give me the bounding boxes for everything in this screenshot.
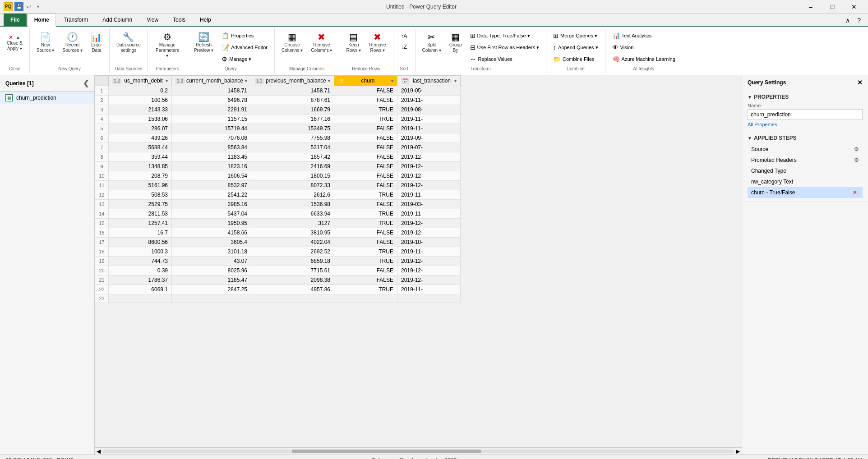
tab-transform[interactable]: Transform [57,14,95,26]
close-apply-button[interactable]: ✕ ▲ Close &Apply ▾ [4,30,26,54]
save-icon[interactable]: 💾 [14,2,23,11]
use-first-row-button[interactable]: ⊟ Use First Row as Headers ▾ [467,42,542,53]
collapse-ribbon-button[interactable]: ∧ [842,15,854,26]
properties-button[interactable]: 📋 Properties [218,30,271,41]
remove-rows-button[interactable]: ✖ RemoveRows ▾ [366,30,389,55]
table-row[interactable]: 32143.332291.911669.79TRUE2019-08- [95,105,461,115]
text-analytics-button[interactable]: 📊 Text Analytics [609,30,679,41]
data-type-button[interactable]: ⊞ Data Type: True/False ▾ [467,30,542,41]
help-icon[interactable]: ? [854,15,864,26]
col-dropdown-transaction[interactable]: ▾ [454,78,457,83]
applied-step-0[interactable]: Source⚙ [748,144,863,155]
table-row[interactable]: 12508.532541.222612.6TRUE2019-11- [95,190,461,200]
advanced-editor-button[interactable]: 📝 Advanced Editor [218,42,271,53]
table-row[interactable]: 91348.851823.162416.69FALSE2019-12- [95,162,461,171]
data-source-settings-button[interactable]: 🔧 Data sourcesettings [113,30,144,55]
cell-date: 2019-11- [397,285,461,294]
azure-ml-button[interactable]: 🧠 Azure Machine Learning [609,54,679,64]
remove-columns-button[interactable]: ✖ RemoveColumns ▾ [308,30,335,55]
manage-parameters-button[interactable]: ⚙ ManageParameters ▾ [152,30,183,61]
col-dropdown-previous[interactable]: ▾ [328,78,330,83]
cell-value: 8072.33 [251,181,334,190]
tab-file[interactable]: File [4,14,27,26]
table-row[interactable]: 178600.563605.44022.04FALSE2019-10- [95,238,461,247]
tab-help[interactable]: Help [193,14,218,26]
table-row[interactable]: 19744.7343.076859.18TRUE2019-12- [95,257,461,266]
table-row[interactable]: 115161.968532.978072.33FALSE2019-12- [95,181,461,190]
table-row[interactable]: 75688.448563.845317.04FALSE2019-07- [95,143,461,152]
tab-add-column[interactable]: Add Column [96,14,139,26]
col-dropdown-current[interactable]: ▾ [245,78,247,83]
scroll-right-button[interactable]: ▶ [736,448,740,454]
scroll-thumb[interactable] [292,450,481,453]
table-row[interactable]: 6439.267076.067755.98FALSE2019-09- [95,133,461,143]
recent-sources-button[interactable]: 🕐 RecentSources ▾ [59,30,85,55]
tab-home[interactable]: Home [28,14,56,27]
cell-date: 2019-12- [397,257,461,266]
tab-view[interactable]: View [140,14,165,26]
col-header-previous-balance[interactable]: 1.2 previous_month_balance ▾ [251,76,334,86]
minimize-button[interactable]: – [800,0,821,14]
table-row[interactable]: 2100.566496.788787.61FALSE2019-11- [95,96,461,105]
replace-values-button[interactable]: ↔ Replace Values [467,54,542,64]
col-dropdown-churn[interactable]: ▾ [391,78,393,83]
ai-insights-items: 📊 Text Analytics 👁 Vision 🧠 Azure Machin… [609,30,679,64]
sidebar-collapse-button[interactable]: ❮ [83,79,89,87]
table-row[interactable]: 151257.411950.953127TRUE2019-12- [95,219,461,228]
col-header-churn[interactable]: ☑ churn ▾ [334,76,397,86]
col-dropdown-debit[interactable]: ▾ [166,78,168,83]
dropdown-icon[interactable]: ▾ [33,2,42,11]
maximize-button[interactable]: □ [822,0,843,14]
table-row[interactable]: 132529.752985.161536.98FALSE2019-03- [95,200,461,209]
refresh-preview-button[interactable]: 🔄 RefreshPreview ▾ [191,30,217,55]
undo-icon[interactable]: ↩ [24,2,33,11]
scroll-left-button[interactable]: ◀ [97,448,101,454]
sort-asc-button[interactable]: ↑A [398,31,411,41]
sidebar-item-churn-prediction[interactable]: ▦ churn_prediction [0,92,94,104]
col-header-current-balance[interactable]: 1.2 current_month_balance ▾ [172,76,251,86]
table-row[interactable]: 8359.441183.451857.42FALSE2019-12- [95,152,461,162]
vision-button[interactable]: 👁 Vision [609,42,679,53]
combine-files-button[interactable]: 📁 Combine Files [550,54,601,64]
applied-step-2[interactable]: Changed Type [748,165,863,176]
manage-button[interactable]: ⚙ Manage ▾ [218,54,271,64]
col-header-last-transaction[interactable]: 📅 last_transaction ▾ [397,76,461,86]
append-queries-button[interactable]: ↕ Append Queries ▾ [550,42,601,53]
step-gear-1[interactable]: ⚙ [854,157,859,163]
step-delete-4[interactable]: ✕ [853,189,857,196]
group-by-button[interactable]: ▦ GroupBy [446,30,465,55]
table-row[interactable]: 10208.791606.541800.15FALSE2019-12- [95,171,461,181]
applied-step-4[interactable]: churn - True/False✕ [748,187,863,198]
col-type-icon-previous: 1.2 [255,78,264,84]
choose-columns-button[interactable]: ▦ ChooseColumns ▾ [278,30,306,55]
right-panel-close-button[interactable]: ✕ [857,79,863,86]
table-row[interactable]: 142811.535437.046633.94TRUE2019-11- [95,209,461,219]
table-row[interactable]: 226069.12847.254957.86TRUE2019-11- [95,285,461,294]
split-column-button[interactable]: ✂ SplitColumn ▾ [419,30,444,55]
keep-rows-button[interactable]: ▤ KeepRows ▾ [343,30,364,55]
cell-value: 1950.95 [172,219,251,228]
query-name-input[interactable] [748,109,863,120]
close-button[interactable]: ✕ [844,0,864,14]
table-row[interactable]: 41538.061157.151677.16TRUE2019-11- [95,115,461,124]
applied-step-1[interactable]: Promoted Headers⚙ [748,155,863,165]
merge-queries-button[interactable]: ⊞ Merge Queries ▾ [550,30,601,41]
new-source-button[interactable]: 📄 NewSource ▾ [33,30,57,55]
scroll-track[interactable] [102,450,734,453]
sort-desc-button[interactable]: ↓Z [398,42,411,52]
table-row[interactable]: 10.21458.711458.71FALSE2019-05- [95,86,461,96]
table-row[interactable]: 200.398025.967715.61FALSE2019-12- [95,266,461,275]
all-properties-link[interactable]: All Properties [748,122,863,127]
grid-wrapper[interactable]: 1.2 us_month_debit ▾ 1.2 current_month_b… [95,75,742,447]
table-row[interactable]: 211786.371185.472098.38FALSE2019-12- [95,275,461,285]
table-row[interactable]: 1616.74158.663810.95FALSE2019-12- [95,228,461,238]
keep-rows-label: KeepRows ▾ [346,42,361,53]
applied-step-3[interactable]: nw_category Text [748,176,863,187]
table-row[interactable]: 181000.33101.182692.52TRUE2019-11- [95,247,461,257]
enter-data-button[interactable]: 📊 EnterData [88,30,106,55]
tab-tools[interactable]: Tools [166,14,192,26]
col-header-us-month-debit[interactable]: 1.2 us_month_debit ▾ [109,76,172,86]
step-gear-0[interactable]: ⚙ [854,146,859,152]
vision-label: Vision [620,45,634,50]
table-row[interactable]: 5286.0715719.4415349.75FALSE2019-11- [95,124,461,133]
